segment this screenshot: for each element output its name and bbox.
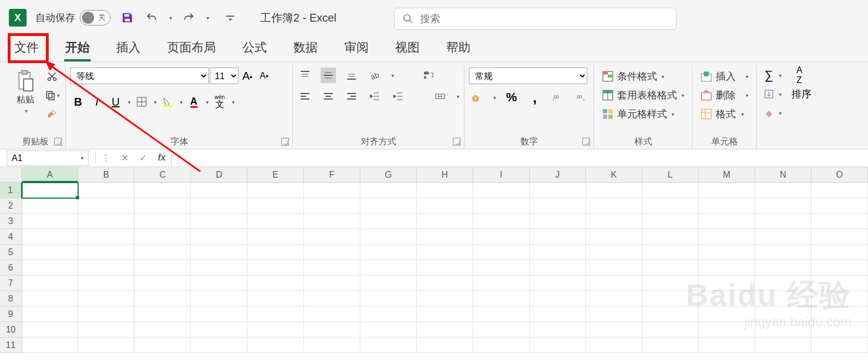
- cell-B11[interactable]: [78, 338, 135, 353]
- name-box[interactable]: A1 ▾: [7, 151, 89, 166]
- phonetic-button[interactable]: wén文: [212, 94, 228, 110]
- cell-M8[interactable]: [699, 291, 755, 307]
- search-input[interactable]: [420, 13, 668, 25]
- row-header-8[interactable]: 8: [0, 291, 22, 307]
- cell-F1[interactable]: [304, 183, 360, 198]
- cell-M5[interactable]: [699, 245, 755, 260]
- cell-D10[interactable]: [191, 322, 247, 338]
- cancel-formula-button[interactable]: ✕: [121, 153, 128, 163]
- font-name-select[interactable]: 等线: [70, 68, 209, 84]
- row-header-9[interactable]: 9: [0, 307, 22, 322]
- accept-formula-button[interactable]: ✓: [140, 153, 147, 163]
- alignment-launcher[interactable]: [453, 138, 461, 146]
- cell-K9[interactable]: [586, 307, 642, 322]
- autosave-toggle[interactable]: 关: [80, 10, 111, 25]
- row-header-3[interactable]: 3: [0, 214, 22, 229]
- cell-G5[interactable]: [360, 245, 417, 260]
- clipboard-launcher[interactable]: [54, 138, 62, 146]
- cell-A11[interactable]: [22, 338, 79, 353]
- cell-J7[interactable]: [530, 276, 586, 291]
- column-header-C[interactable]: C: [135, 167, 191, 182]
- cell-B8[interactable]: [78, 291, 135, 307]
- cell-B3[interactable]: [78, 214, 135, 229]
- cell-C4[interactable]: [135, 229, 191, 245]
- cell-A3[interactable]: [22, 214, 79, 229]
- cell-H6[interactable]: [417, 260, 473, 276]
- cell-M6[interactable]: [699, 260, 755, 276]
- border-button[interactable]: [134, 94, 149, 110]
- cell-N5[interactable]: [755, 245, 812, 260]
- align-bottom-button[interactable]: [344, 68, 359, 83]
- formula-input[interactable]: [171, 151, 868, 166]
- column-header-E[interactable]: E: [247, 167, 304, 182]
- cell-B6[interactable]: [78, 260, 135, 276]
- orientation-button[interactable]: ab: [367, 68, 383, 83]
- cell-N2[interactable]: [755, 198, 812, 214]
- cell-I4[interactable]: [473, 229, 530, 245]
- cell-B10[interactable]: [78, 322, 135, 338]
- cell-K7[interactable]: [586, 276, 642, 291]
- tab-home[interactable]: 开始: [61, 33, 94, 61]
- wrap-text-button[interactable]: abc: [421, 68, 436, 83]
- cell-I6[interactable]: [473, 260, 530, 276]
- copy-button[interactable]: ▾: [44, 87, 60, 103]
- cell-L4[interactable]: [642, 229, 699, 245]
- select-all-corner[interactable]: [0, 167, 22, 182]
- cell-O11[interactable]: [812, 338, 868, 353]
- underline-button[interactable]: U: [108, 94, 123, 110]
- cell-A6[interactable]: [22, 260, 79, 276]
- cell-E3[interactable]: [247, 214, 304, 229]
- column-header-B[interactable]: B: [78, 167, 135, 182]
- cut-button[interactable]: [44, 69, 60, 84]
- column-header-G[interactable]: G: [360, 167, 417, 182]
- cell-N1[interactable]: [755, 183, 812, 198]
- cell-D3[interactable]: [191, 214, 247, 229]
- cell-J8[interactable]: [530, 291, 586, 307]
- merge-center-button[interactable]: [432, 89, 448, 104]
- column-header-A[interactable]: A: [22, 167, 79, 182]
- cell-M9[interactable]: [699, 307, 755, 322]
- row-header-10[interactable]: 10: [0, 322, 22, 338]
- cell-F2[interactable]: [304, 198, 360, 214]
- cell-K6[interactable]: [586, 260, 642, 276]
- row-header-2[interactable]: 2: [0, 198, 22, 214]
- cell-H11[interactable]: [417, 338, 473, 353]
- cell-A5[interactable]: [22, 245, 79, 260]
- cell-F4[interactable]: [304, 229, 360, 245]
- cell-L9[interactable]: [642, 307, 699, 322]
- cell-C11[interactable]: [135, 338, 191, 353]
- cell-C6[interactable]: [135, 260, 191, 276]
- column-header-K[interactable]: K: [586, 167, 642, 182]
- tab-file[interactable]: 文件: [10, 33, 43, 61]
- cell-H10[interactable]: [417, 322, 473, 338]
- cell-D11[interactable]: [191, 338, 247, 353]
- tab-review[interactable]: 审阅: [340, 33, 373, 61]
- cell-D6[interactable]: [191, 260, 247, 276]
- column-header-O[interactable]: O: [812, 167, 868, 182]
- cell-I8[interactable]: [473, 291, 530, 307]
- cell-I1[interactable]: [473, 183, 530, 198]
- cell-L5[interactable]: [642, 245, 699, 260]
- align-center-button[interactable]: [321, 89, 336, 104]
- cell-B7[interactable]: [78, 276, 135, 291]
- cell-J9[interactable]: [530, 307, 586, 322]
- align-top-button[interactable]: [297, 68, 313, 83]
- cell-K11[interactable]: [586, 338, 642, 353]
- cell-C7[interactable]: [135, 276, 191, 291]
- cell-D7[interactable]: [191, 276, 247, 291]
- fx-icon[interactable]: fx: [158, 153, 166, 163]
- cell-H7[interactable]: [417, 276, 473, 291]
- conditional-format-button[interactable]: 条件格式▾: [598, 68, 668, 85]
- cell-C9[interactable]: [135, 307, 191, 322]
- cell-D1[interactable]: [191, 183, 247, 198]
- format-painter-button[interactable]: [44, 106, 60, 122]
- cell-A4[interactable]: [22, 229, 79, 245]
- font-launcher[interactable]: [281, 138, 289, 146]
- row-header-7[interactable]: 7: [0, 276, 22, 291]
- cell-I3[interactable]: [473, 214, 530, 229]
- decrease-decimal-button[interactable]: .00: [574, 90, 589, 105]
- cell-E7[interactable]: [247, 276, 304, 291]
- cell-L7[interactable]: [642, 276, 699, 291]
- cell-B5[interactable]: [78, 245, 135, 260]
- cell-A10[interactable]: [22, 322, 79, 338]
